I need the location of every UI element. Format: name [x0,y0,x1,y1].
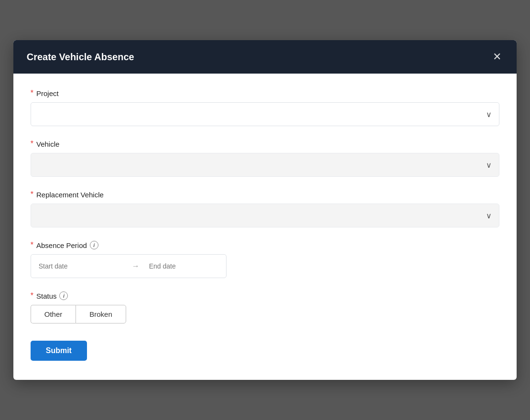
status-broken-button[interactable]: Broken [76,305,126,323]
close-icon: ✕ [493,52,501,62]
status-field-group: * Status i Other Broken [31,291,500,323]
vehicle-field-group: * Vehicle ∨ [31,140,500,177]
replacement-vehicle-select[interactable] [31,204,500,227]
vehicle-label: * Vehicle [31,140,500,148]
modal-title: Create Vehicle Absence [27,52,134,63]
status-button-group: Other Broken [31,305,500,323]
date-range-arrow: → [130,262,141,270]
project-label: * Project [31,89,500,97]
status-other-button[interactable]: Other [31,305,76,323]
create-vehicle-absence-modal: Create Vehicle Absence ✕ * Project ∨ [13,40,517,380]
absence-period-required-star: * [31,241,33,249]
project-select-wrapper: ∨ [31,102,500,126]
modal-body: * Project ∨ * Vehicle [13,74,517,380]
vehicle-select-wrapper: ∨ [31,153,500,177]
replacement-vehicle-field-group: * Replacement Vehicle ∨ [31,190,500,227]
project-select[interactable] [31,102,500,126]
absence-period-label: * Absence Period i [31,241,500,249]
date-range-wrapper: → 🗓 [31,254,227,278]
replacement-vehicle-label: * Replacement Vehicle [31,190,500,199]
modal-overlay: Create Vehicle Absence ✕ * Project ∨ [0,0,530,420]
status-label: * Status i [31,291,500,300]
submit-button[interactable]: Submit [31,341,87,361]
project-required-star: * [31,89,33,97]
modal-header: Create Vehicle Absence ✕ [13,40,517,74]
vehicle-required-star: * [31,140,33,148]
close-button[interactable]: ✕ [491,50,503,64]
status-required-star: * [31,291,33,300]
vehicle-select[interactable] [31,153,500,177]
start-date-input[interactable] [31,255,130,278]
replacement-vehicle-select-wrapper: ∨ [31,204,500,227]
absence-period-info-icon: i [90,241,98,249]
absence-period-field-group: * Absence Period i → 🗓 [31,241,500,278]
project-field-group: * Project ∨ [31,89,500,126]
replacement-vehicle-required-star: * [31,190,33,199]
status-info-icon: i [59,291,68,300]
end-date-input[interactable] [141,255,227,278]
